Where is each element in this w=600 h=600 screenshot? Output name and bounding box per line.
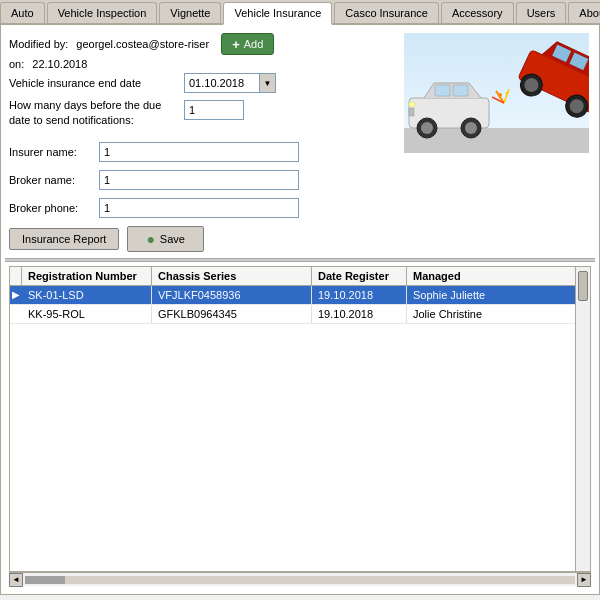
section-separator	[5, 258, 595, 262]
td-registration: KK-95-ROL	[22, 305, 152, 323]
days-notification-label: How many days before the duedate to send…	[9, 98, 184, 129]
row-indicator: ▶	[10, 289, 22, 300]
save-icon: ●	[146, 231, 154, 247]
car-collision-svg	[404, 33, 589, 153]
insurance-report-button[interactable]: Insurance Report	[9, 228, 119, 250]
car-image-area	[401, 33, 591, 252]
data-table: Registration Number Chassis Series Date …	[9, 266, 591, 572]
date-dropdown-button[interactable]: ▼	[260, 73, 276, 93]
table-header: Registration Number Chassis Series Date …	[10, 267, 590, 286]
insurer-name-row: Insurer name:	[9, 142, 391, 162]
tab-about[interactable]: About	[568, 2, 600, 23]
td-chassis: GFKLB0964345	[152, 305, 312, 323]
tab-accessory[interactable]: Accessory	[441, 2, 514, 23]
th-managed: Managed	[407, 267, 576, 285]
broker-name-input[interactable]	[99, 170, 299, 190]
on-label: on:	[9, 58, 24, 70]
tab-auto[interactable]: Auto	[0, 2, 45, 23]
table-body: ▶ SK-01-LSD VFJLKF0458936 19.10.2018 Sop…	[10, 286, 590, 571]
td-chassis: VFJLKF0458936	[152, 286, 312, 304]
car-collision-image	[404, 33, 589, 153]
scroll-thumb[interactable]	[25, 576, 65, 584]
tab-vehicle-insurance[interactable]: Vehicle Insurance	[223, 2, 332, 25]
td-date: 19.10.2018	[312, 286, 407, 304]
on-date-value: 22.10.2018	[32, 58, 87, 70]
vertical-scrollbar[interactable]	[575, 267, 590, 571]
main-content: Modified by: georgel.costea@store-riser …	[0, 25, 600, 595]
add-icon: +	[232, 37, 240, 52]
days-notification-row: How many days before the duedate to send…	[9, 98, 391, 129]
scrollbar-thumb[interactable]	[578, 271, 588, 301]
insurer-name-label: Insurer name:	[9, 146, 99, 158]
table-row[interactable]: ▶ SK-01-LSD VFJLKF0458936 19.10.2018 Sop…	[10, 286, 590, 305]
modified-by-value: georgel.costea@store-riser	[76, 38, 209, 50]
tab-bar: Auto Vehicle Inspection Vignette Vehicle…	[0, 0, 600, 25]
scroll-track[interactable]	[25, 576, 575, 584]
add-button[interactable]: + Add	[221, 33, 274, 55]
insurance-end-date-input[interactable]	[184, 73, 260, 93]
broker-phone-row: Broker phone:	[9, 198, 391, 218]
broker-phone-input[interactable]	[99, 198, 299, 218]
svg-rect-10	[409, 108, 414, 116]
broker-name-row: Broker name:	[9, 170, 391, 190]
modified-by-row: Modified by: georgel.costea@store-riser …	[9, 33, 391, 55]
add-button-label: Add	[244, 38, 264, 50]
insurance-end-date-row: Vehicle insurance end date ▼	[9, 73, 391, 93]
buttons-row: Insurance Report ● Save	[9, 226, 391, 252]
svg-rect-3	[435, 85, 450, 96]
tab-users[interactable]: Users	[516, 2, 567, 23]
save-button-label: Save	[160, 233, 185, 245]
tab-casco-insurance[interactable]: Casco Insurance	[334, 2, 439, 23]
form-area: Modified by: georgel.costea@store-riser …	[9, 33, 591, 252]
insurance-end-date-wrapper: ▼	[184, 73, 276, 93]
on-date-row: on: 22.10.2018	[9, 58, 391, 70]
th-registration-number: Registration Number	[22, 267, 152, 285]
broker-name-label: Broker name:	[9, 174, 99, 186]
td-managed: Jolie Christine	[407, 305, 590, 323]
scroll-left-button[interactable]: ◄	[9, 573, 23, 587]
th-chassis-series: Chassis Series	[152, 267, 312, 285]
td-registration: SK-01-LSD	[22, 286, 152, 304]
insurance-end-date-label: Vehicle insurance end date	[9, 77, 184, 89]
td-date: 19.10.2018	[312, 305, 407, 323]
horizontal-scrollbar[interactable]: ◄ ►	[9, 572, 591, 586]
svg-rect-4	[453, 85, 468, 96]
days-notification-input[interactable]	[184, 100, 244, 120]
svg-point-6	[421, 122, 433, 134]
svg-point-23	[505, 92, 508, 95]
form-left: Modified by: georgel.costea@store-riser …	[9, 33, 391, 252]
save-button[interactable]: ● Save	[127, 226, 204, 252]
tab-vignette[interactable]: Vignette	[159, 2, 221, 23]
svg-point-22	[498, 93, 502, 97]
svg-point-8	[465, 122, 477, 134]
modified-by-label: Modified by:	[9, 38, 68, 50]
insurer-name-input[interactable]	[99, 142, 299, 162]
tab-vehicle-inspection[interactable]: Vehicle Inspection	[47, 2, 158, 23]
broker-phone-label: Broker phone:	[9, 202, 99, 214]
svg-rect-9	[409, 102, 415, 107]
scroll-right-button[interactable]: ►	[577, 573, 591, 587]
table-row[interactable]: KK-95-ROL GFKLB0964345 19.10.2018 Jolie …	[10, 305, 590, 324]
th-date-register: Date Register	[312, 267, 407, 285]
td-managed: Sophie Juliette	[407, 286, 590, 304]
